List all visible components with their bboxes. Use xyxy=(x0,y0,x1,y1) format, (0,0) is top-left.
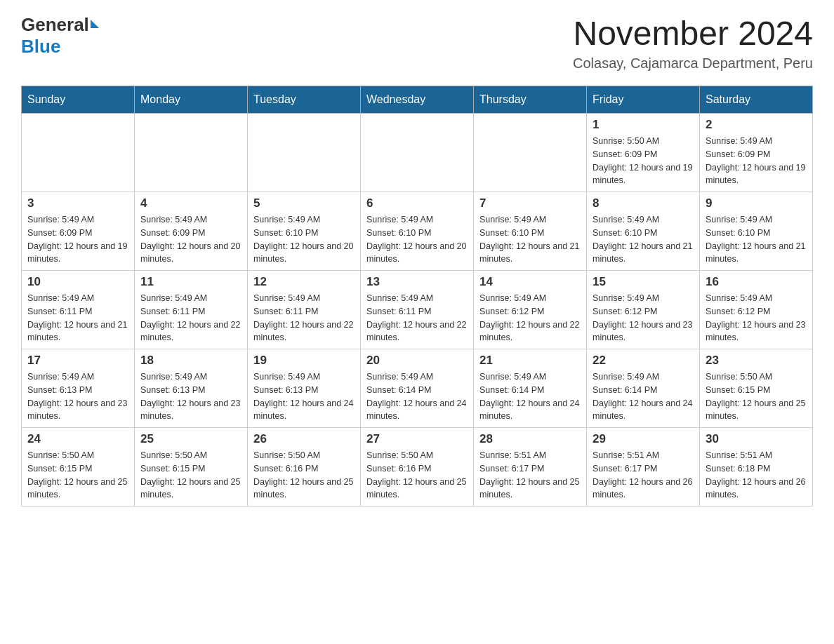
day-number: 2 xyxy=(706,118,807,132)
week-row-1: 3Sunrise: 5:49 AM Sunset: 6:09 PM Daylig… xyxy=(22,192,813,271)
day-cell: 12Sunrise: 5:49 AM Sunset: 6:11 PM Dayli… xyxy=(248,271,361,349)
header-saturday: Saturday xyxy=(700,86,813,114)
header-sunday: Sunday xyxy=(22,86,135,114)
day-info: Sunrise: 5:49 AM Sunset: 6:14 PM Dayligh… xyxy=(366,370,468,423)
day-cell: 4Sunrise: 5:49 AM Sunset: 6:09 PM Daylig… xyxy=(135,192,248,271)
day-info: Sunrise: 5:49 AM Sunset: 6:13 PM Dayligh… xyxy=(253,370,355,423)
day-cell xyxy=(22,114,135,192)
day-number: 6 xyxy=(366,196,468,210)
calendar-header-row: Sunday Monday Tuesday Wednesday Thursday… xyxy=(22,86,813,114)
day-info: Sunrise: 5:49 AM Sunset: 6:10 PM Dayligh… xyxy=(479,213,581,266)
day-number: 15 xyxy=(593,275,694,289)
day-number: 4 xyxy=(140,196,241,210)
day-info: Sunrise: 5:49 AM Sunset: 6:11 PM Dayligh… xyxy=(27,292,128,344)
day-info: Sunrise: 5:49 AM Sunset: 6:13 PM Dayligh… xyxy=(27,370,128,423)
day-info: Sunrise: 5:50 AM Sunset: 6:15 PM Dayligh… xyxy=(706,370,807,423)
subtitle: Colasay, Cajamarca Department, Peru xyxy=(573,55,813,72)
header-monday: Monday xyxy=(135,86,248,114)
day-number: 23 xyxy=(706,354,807,368)
day-number: 28 xyxy=(479,432,581,446)
logo-blue: Blue xyxy=(21,36,60,58)
header-wednesday: Wednesday xyxy=(361,86,474,114)
day-number: 10 xyxy=(27,275,128,289)
day-cell: 8Sunrise: 5:49 AM Sunset: 6:10 PM Daylig… xyxy=(587,192,700,271)
day-number: 1 xyxy=(593,118,694,132)
day-cell: 13Sunrise: 5:49 AM Sunset: 6:11 PM Dayli… xyxy=(361,271,474,349)
day-cell: 19Sunrise: 5:49 AM Sunset: 6:13 PM Dayli… xyxy=(248,349,361,428)
day-number: 24 xyxy=(27,432,128,446)
day-number: 8 xyxy=(593,196,694,210)
calendar-table: Sunday Monday Tuesday Wednesday Thursday… xyxy=(21,86,813,507)
day-number: 13 xyxy=(366,275,468,289)
day-number: 20 xyxy=(366,354,468,368)
day-number: 12 xyxy=(253,275,355,289)
day-cell: 14Sunrise: 5:49 AM Sunset: 6:12 PM Dayli… xyxy=(474,271,587,349)
day-cell: 17Sunrise: 5:49 AM Sunset: 6:13 PM Dayli… xyxy=(22,349,135,428)
title-area: November 2024 Colasay, Cajamarca Departm… xyxy=(573,14,813,72)
logo: General Blue xyxy=(21,14,99,58)
day-number: 14 xyxy=(479,275,581,289)
day-info: Sunrise: 5:50 AM Sunset: 6:16 PM Dayligh… xyxy=(253,449,355,502)
day-info: Sunrise: 5:49 AM Sunset: 6:09 PM Dayligh… xyxy=(140,213,241,266)
day-cell: 1Sunrise: 5:50 AM Sunset: 6:09 PM Daylig… xyxy=(587,114,700,192)
page-header: General Blue November 2024 Colasay, Caja… xyxy=(21,14,813,72)
day-cell xyxy=(474,114,587,192)
day-cell: 11Sunrise: 5:49 AM Sunset: 6:11 PM Dayli… xyxy=(135,271,248,349)
day-cell: 25Sunrise: 5:50 AM Sunset: 6:15 PM Dayli… xyxy=(135,428,248,507)
main-title: November 2024 xyxy=(573,14,813,53)
day-cell: 30Sunrise: 5:51 AM Sunset: 6:18 PM Dayli… xyxy=(700,428,813,507)
day-cell: 2Sunrise: 5:49 AM Sunset: 6:09 PM Daylig… xyxy=(700,114,813,192)
day-info: Sunrise: 5:49 AM Sunset: 6:14 PM Dayligh… xyxy=(479,370,581,423)
day-cell: 21Sunrise: 5:49 AM Sunset: 6:14 PM Dayli… xyxy=(474,349,587,428)
day-info: Sunrise: 5:51 AM Sunset: 6:17 PM Dayligh… xyxy=(593,449,694,502)
day-cell: 26Sunrise: 5:50 AM Sunset: 6:16 PM Dayli… xyxy=(248,428,361,507)
day-number: 18 xyxy=(140,354,241,368)
day-number: 5 xyxy=(253,196,355,210)
week-row-4: 24Sunrise: 5:50 AM Sunset: 6:15 PM Dayli… xyxy=(22,428,813,507)
day-number: 11 xyxy=(140,275,241,289)
day-cell: 28Sunrise: 5:51 AM Sunset: 6:17 PM Dayli… xyxy=(474,428,587,507)
day-info: Sunrise: 5:50 AM Sunset: 6:09 PM Dayligh… xyxy=(593,135,694,187)
day-cell: 24Sunrise: 5:50 AM Sunset: 6:15 PM Dayli… xyxy=(22,428,135,507)
day-cell: 3Sunrise: 5:49 AM Sunset: 6:09 PM Daylig… xyxy=(22,192,135,271)
day-info: Sunrise: 5:50 AM Sunset: 6:16 PM Dayligh… xyxy=(366,449,468,502)
day-cell: 15Sunrise: 5:49 AM Sunset: 6:12 PM Dayli… xyxy=(587,271,700,349)
day-info: Sunrise: 5:49 AM Sunset: 6:11 PM Dayligh… xyxy=(140,292,241,344)
day-cell xyxy=(361,114,474,192)
day-info: Sunrise: 5:50 AM Sunset: 6:15 PM Dayligh… xyxy=(27,449,128,502)
day-info: Sunrise: 5:49 AM Sunset: 6:12 PM Dayligh… xyxy=(706,292,807,344)
day-info: Sunrise: 5:49 AM Sunset: 6:10 PM Dayligh… xyxy=(593,213,694,266)
day-number: 17 xyxy=(27,354,128,368)
day-cell: 20Sunrise: 5:49 AM Sunset: 6:14 PM Dayli… xyxy=(361,349,474,428)
day-info: Sunrise: 5:49 AM Sunset: 6:11 PM Dayligh… xyxy=(366,292,468,344)
day-cell: 22Sunrise: 5:49 AM Sunset: 6:14 PM Dayli… xyxy=(587,349,700,428)
day-info: Sunrise: 5:51 AM Sunset: 6:17 PM Dayligh… xyxy=(479,449,581,502)
day-info: Sunrise: 5:49 AM Sunset: 6:13 PM Dayligh… xyxy=(140,370,241,423)
day-info: Sunrise: 5:49 AM Sunset: 6:09 PM Dayligh… xyxy=(27,213,128,266)
header-tuesday: Tuesday xyxy=(248,86,361,114)
day-cell: 10Sunrise: 5:49 AM Sunset: 6:11 PM Dayli… xyxy=(22,271,135,349)
day-info: Sunrise: 5:49 AM Sunset: 6:12 PM Dayligh… xyxy=(593,292,694,344)
day-number: 25 xyxy=(140,432,241,446)
day-info: Sunrise: 5:49 AM Sunset: 6:12 PM Dayligh… xyxy=(479,292,581,344)
header-friday: Friday xyxy=(587,86,700,114)
day-cell xyxy=(248,114,361,192)
logo-text: General xyxy=(21,14,99,36)
week-row-3: 17Sunrise: 5:49 AM Sunset: 6:13 PM Dayli… xyxy=(22,349,813,428)
week-row-0: 1Sunrise: 5:50 AM Sunset: 6:09 PM Daylig… xyxy=(22,114,813,192)
day-cell: 23Sunrise: 5:50 AM Sunset: 6:15 PM Dayli… xyxy=(700,349,813,428)
day-info: Sunrise: 5:51 AM Sunset: 6:18 PM Dayligh… xyxy=(706,449,807,502)
day-info: Sunrise: 5:49 AM Sunset: 6:11 PM Dayligh… xyxy=(253,292,355,344)
day-number: 30 xyxy=(706,432,807,446)
day-number: 19 xyxy=(253,354,355,368)
day-cell: 16Sunrise: 5:49 AM Sunset: 6:12 PM Dayli… xyxy=(700,271,813,349)
week-row-2: 10Sunrise: 5:49 AM Sunset: 6:11 PM Dayli… xyxy=(22,271,813,349)
logo-triangle-icon xyxy=(91,20,99,28)
day-info: Sunrise: 5:49 AM Sunset: 6:14 PM Dayligh… xyxy=(593,370,694,423)
day-number: 27 xyxy=(366,432,468,446)
day-info: Sunrise: 5:49 AM Sunset: 6:10 PM Dayligh… xyxy=(706,213,807,266)
day-cell: 7Sunrise: 5:49 AM Sunset: 6:10 PM Daylig… xyxy=(474,192,587,271)
logo-general: General xyxy=(21,14,89,36)
day-number: 16 xyxy=(706,275,807,289)
day-number: 29 xyxy=(593,432,694,446)
